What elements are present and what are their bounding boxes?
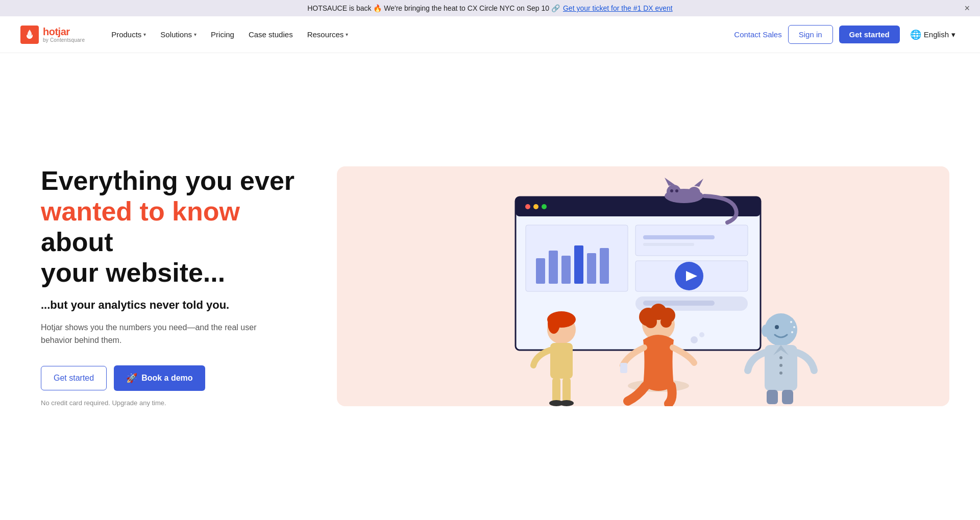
svg-point-7 xyxy=(542,204,547,209)
svg-point-47 xyxy=(699,332,704,337)
hero-content: Everything you ever wanted to know about… xyxy=(41,166,306,406)
svg-point-43 xyxy=(645,316,657,328)
svg-point-32 xyxy=(548,313,560,334)
products-chevron-icon: ▾ xyxy=(143,32,146,37)
svg-point-6 xyxy=(533,204,538,209)
no-credit-text: No credit card required. Upgrade any tim… xyxy=(41,399,306,407)
logo-hotjar: hotjar xyxy=(43,26,85,37)
svg-point-50 xyxy=(775,325,779,329)
svg-rect-15 xyxy=(635,225,748,256)
hero-subheadline: ...but your analytics never told you. xyxy=(41,299,306,312)
svg-rect-11 xyxy=(561,256,571,284)
nav-links: Products ▾ Solutions ▾ Pricing Case stud… xyxy=(105,26,734,43)
nav-actions: Contact Sales Sign in Get started 🌐 Engl… xyxy=(734,25,960,44)
svg-rect-34 xyxy=(552,378,560,403)
svg-rect-45 xyxy=(620,363,627,373)
svg-point-28 xyxy=(670,189,673,192)
svg-rect-22 xyxy=(643,301,715,306)
svg-point-37 xyxy=(559,400,574,406)
rocket-icon: 🚀 xyxy=(126,373,137,384)
solutions-chevron-icon: ▾ xyxy=(194,32,197,37)
nav-resources[interactable]: Resources ▾ xyxy=(301,26,355,43)
get-started-hero-button[interactable]: Get started xyxy=(41,366,107,390)
logo[interactable]: hotjar by Contentsquare xyxy=(20,26,85,44)
banner-text: HOTSAUCE is back 🔥 We're bringing the he… xyxy=(307,4,560,12)
get-started-nav-button[interactable]: Get started xyxy=(839,26,900,43)
sign-in-button[interactable]: Sign in xyxy=(788,25,833,44)
main-nav: hotjar by Contentsquare Products ▾ Solut… xyxy=(0,16,980,53)
nav-solutions[interactable]: Solutions ▾ xyxy=(154,26,203,43)
svg-rect-4 xyxy=(521,209,755,216)
svg-rect-54 xyxy=(765,345,797,391)
logo-text: hotjar by Contentsquare xyxy=(43,26,85,43)
nav-pricing[interactable]: Pricing xyxy=(205,26,240,43)
nav-case-studies[interactable]: Case studies xyxy=(242,26,299,43)
svg-point-56 xyxy=(779,364,782,367)
svg-point-57 xyxy=(779,372,782,375)
banner-close-button[interactable]: × xyxy=(964,4,970,13)
logo-by: by Contentsquare xyxy=(43,37,85,43)
announcement-banner: HOTSAUCE is back 🔥 We're bringing the he… xyxy=(0,0,980,16)
svg-rect-35 xyxy=(562,378,571,403)
svg-rect-9 xyxy=(536,258,545,284)
language-label: English xyxy=(924,30,949,39)
svg-rect-33 xyxy=(550,343,573,379)
hero-buttons: Get started 🚀 Book a demo xyxy=(41,365,306,391)
nav-products[interactable]: Products ▾ xyxy=(105,26,152,43)
svg-rect-17 xyxy=(643,243,694,246)
globe-icon: 🌐 xyxy=(910,29,921,40)
svg-point-29 xyxy=(675,189,678,192)
svg-point-5 xyxy=(525,204,530,209)
svg-rect-16 xyxy=(643,235,715,239)
svg-rect-12 xyxy=(574,245,583,284)
svg-rect-58 xyxy=(767,390,778,404)
resources-chevron-icon: ▾ xyxy=(346,32,348,37)
language-chevron-icon: ▾ xyxy=(951,30,955,39)
hero-illustration-svg xyxy=(337,166,949,406)
svg-point-55 xyxy=(779,356,782,359)
language-selector[interactable]: 🌐 English ▾ xyxy=(906,26,960,43)
hero-illustration xyxy=(337,166,949,406)
svg-point-44 xyxy=(660,316,672,328)
svg-point-53 xyxy=(791,331,793,333)
svg-point-51 xyxy=(790,321,792,323)
book-demo-button[interactable]: 🚀 Book a demo xyxy=(114,365,205,391)
svg-rect-59 xyxy=(782,390,793,404)
svg-point-25 xyxy=(688,187,700,199)
hotjar-logo-icon xyxy=(20,26,39,44)
svg-rect-14 xyxy=(600,248,609,284)
svg-rect-10 xyxy=(549,251,558,284)
hero-headline: Everything you ever wanted to know about… xyxy=(41,166,306,288)
hero-description: Hotjar shows you the numbers you need—an… xyxy=(41,321,265,347)
svg-point-49 xyxy=(762,325,770,337)
svg-point-46 xyxy=(691,336,698,343)
svg-rect-13 xyxy=(587,253,596,284)
hero-section: Everything you ever wanted to know about… xyxy=(0,53,980,519)
banner-link[interactable]: Get your ticket for the #1 DX event xyxy=(563,4,673,12)
svg-point-24 xyxy=(667,185,681,199)
svg-point-52 xyxy=(793,326,795,328)
contact-sales-link[interactable]: Contact Sales xyxy=(734,30,781,39)
